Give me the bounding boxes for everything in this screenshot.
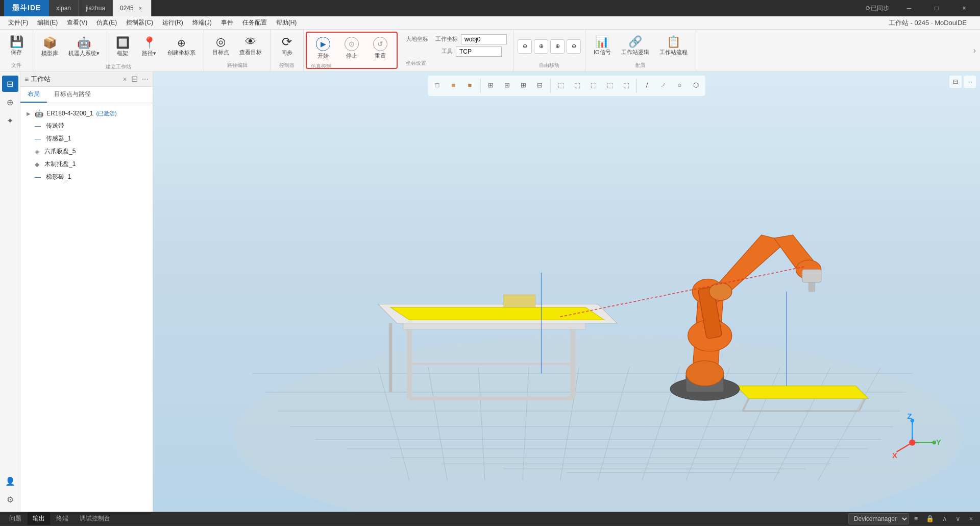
collapse-layout-btn[interactable]: ⊟ xyxy=(949,76,962,88)
vp-btn-view1[interactable]: ⬚ xyxy=(554,78,568,92)
frame-button[interactable]: 🔲 框架 xyxy=(110,35,135,59)
tree-item-conveyor[interactable]: — 传送带 xyxy=(20,119,153,132)
vp-btn-line2[interactable]: ⟋ xyxy=(656,78,671,92)
save-icon: 💾 xyxy=(10,36,23,47)
path-button[interactable]: 📍 路径▾ xyxy=(137,35,161,59)
vp-btn-grid2[interactable]: ⊞ xyxy=(500,78,514,92)
sidebar-icons: ⊟ ⊕ ✦ 👤 ⚙ xyxy=(0,71,20,512)
bottom-tab-output[interactable]: 输出 xyxy=(28,512,50,525)
bottom-tab-problems[interactable]: 问题 xyxy=(4,512,27,525)
vp-btn-shape1[interactable]: ■ xyxy=(447,78,461,92)
panel-close-button[interactable]: × xyxy=(122,75,127,83)
model-lib-button[interactable]: 📦 模型库 xyxy=(37,35,62,59)
vp-btn-shape2[interactable]: ■ xyxy=(463,78,477,92)
target-button[interactable]: ◎ 目标点 xyxy=(208,34,233,58)
menu-sim[interactable]: 仿真(E) xyxy=(92,17,121,29)
io-signal-button[interactable]: 📊 IO信号 xyxy=(590,34,615,58)
tree-item-pallet[interactable]: ◆ 木制托盘_1 xyxy=(20,158,153,171)
device-select[interactable]: Devicemanager xyxy=(848,513,909,524)
robot-sys-button[interactable]: 🤖 机器人系统▾ xyxy=(64,35,104,59)
bottom-down-icon[interactable]: ∨ xyxy=(952,514,964,523)
sim-start-button[interactable]: ▶ 开始 xyxy=(311,35,335,62)
tab-xipan[interactable]: xipan xyxy=(49,0,79,16)
save-button[interactable]: 💾 保存 xyxy=(4,34,29,58)
maximize-button[interactable]: □ xyxy=(925,0,948,16)
panel-title: 工作站 xyxy=(31,75,51,84)
tree-item-robot[interactable]: ▶ 🤖 ER180-4-3200_1 (已激活) xyxy=(20,107,153,119)
sidebar-icon-robot[interactable]: ✦ xyxy=(2,112,18,129)
work-coord-input[interactable] xyxy=(461,34,507,44)
bottom-lock-icon[interactable]: 🔒 xyxy=(923,514,937,523)
menu-task[interactable]: 任务配置 xyxy=(238,17,271,29)
tab-0245[interactable]: 0245 × xyxy=(113,0,152,16)
sidebar-icon-workspace[interactable]: ⊟ xyxy=(2,76,18,92)
tab-0245-close[interactable]: × xyxy=(137,5,144,12)
conveyor-label: 传送带 xyxy=(46,122,64,130)
vp-btn-grid1[interactable]: ⊞ xyxy=(484,78,498,92)
tab-jiazhua[interactable]: jiazhua xyxy=(79,0,113,16)
toolbar-group-config: 📊 IO信号 🔗 工作站逻辑 📋 工作站流程 配置 xyxy=(585,30,696,71)
tool-row: 工具 xyxy=(406,46,507,57)
vp-btn-hex[interactable]: ⬡ xyxy=(689,78,703,92)
bottom-tab-terminal[interactable]: 终端 xyxy=(51,512,74,525)
coord-btn-3[interactable]: ⊕ xyxy=(550,39,565,54)
sim-reset-button[interactable]: ↺ 重置 xyxy=(368,35,393,62)
create-coord-button[interactable]: ⊕ 创建坐标系 xyxy=(163,36,200,59)
vp-btn-view3[interactable]: ⬚ xyxy=(586,78,601,92)
toolbar-expand[interactable]: › xyxy=(969,30,980,71)
tab-0245-label: 0245 xyxy=(120,5,134,12)
sidebar-icon-user[interactable]: 👤 xyxy=(2,473,18,489)
tree-item-sensor[interactable]: — 传感器_1 xyxy=(20,132,153,145)
vp-btn-grid4[interactable]: ⊟ xyxy=(533,78,547,92)
sync-button[interactable]: ⟳ 同步 xyxy=(275,34,299,59)
sidebar-icon-settings[interactable]: ⚙ xyxy=(2,491,18,508)
vp-btn-view5[interactable]: ⬚ xyxy=(619,78,633,92)
station-logic-button[interactable]: 🔗 工作站逻辑 xyxy=(617,34,653,58)
bottom-list-icon[interactable]: ≡ xyxy=(911,514,921,523)
station-flow-button[interactable]: 📋 工作站流程 xyxy=(655,34,692,58)
menu-run[interactable]: 运行(R) xyxy=(158,17,187,29)
sidebar-icon-nav[interactable]: ⊕ xyxy=(2,94,18,110)
tree-item-brick[interactable]: — 梯形砖_1 xyxy=(20,171,153,183)
vp-btn-circle[interactable]: ○ xyxy=(673,78,687,92)
collapse-more-btn[interactable]: ··· xyxy=(964,76,976,88)
svg-rect-43 xyxy=(802,270,821,282)
menu-terminal[interactable]: 终端(J) xyxy=(188,17,216,29)
viewport[interactable]: □ ■ ■ ⊞ ⊞ ⊞ ⊟ ⬚ ⬚ ⬚ ⬚ ⬚ / ⟋ ○ ⬡ ⊟ ··· xyxy=(153,71,980,512)
sim-stop-icon: ⊙ xyxy=(345,37,359,51)
menu-edit[interactable]: 编辑(E) xyxy=(33,17,62,29)
coord-btn-2[interactable]: ⊕ xyxy=(534,39,548,54)
coord-btn-1[interactable]: ⊕ xyxy=(518,39,532,54)
vp-btn-view4[interactable]: ⬚ xyxy=(603,78,617,92)
vp-btn-grid3[interactable]: ⊞ xyxy=(517,78,531,92)
bottom-close-icon[interactable]: × xyxy=(966,514,976,523)
close-button[interactable]: × xyxy=(952,0,976,16)
menu-help[interactable]: 帮助(H) xyxy=(272,17,301,29)
menu-event[interactable]: 事件 xyxy=(217,17,237,29)
app-logo-tab[interactable]: 墨斗IDE xyxy=(4,0,49,16)
view-target-icon: 👁 xyxy=(245,36,256,47)
panel-layout-icon[interactable]: ⊟ xyxy=(131,74,138,84)
tab-targets[interactable]: 目标点与路径 xyxy=(47,87,98,103)
coord-btn-4[interactable]: ⊕ xyxy=(567,39,581,54)
pallet-icon: ◆ xyxy=(35,161,39,168)
sync-status[interactable]: ⟳已同步 xyxy=(862,4,893,13)
sim-stop-button[interactable]: ⊙ 停止 xyxy=(339,35,364,62)
bottom-tab-debug[interactable]: 调试控制台 xyxy=(75,512,115,525)
panel-content: ▶ 🤖 ER180-4-3200_1 (已激活) — 传送带 — 传感器_1 ◈… xyxy=(20,103,153,512)
vp-btn-view2[interactable]: ⬚ xyxy=(570,78,584,92)
menu-view[interactable]: 查看(V) xyxy=(63,17,91,29)
menu-file[interactable]: 文件(F) xyxy=(4,17,32,29)
menu-controller[interactable]: 控制器(C) xyxy=(122,17,157,29)
toolbar-group-coord: ⊕ ⊕ ⊕ ⊕ 自由移动 xyxy=(513,30,585,71)
panel-more-icon[interactable]: ··· xyxy=(142,75,149,84)
minimize-button[interactable]: ─ xyxy=(897,0,921,16)
vp-btn-box[interactable]: □ xyxy=(430,78,445,92)
tool-input[interactable] xyxy=(456,46,502,57)
tab-layout[interactable]: 布局 xyxy=(20,87,47,103)
view-target-button[interactable]: 👁 查看目标 xyxy=(235,34,266,58)
vp-btn-line[interactable]: / xyxy=(640,78,654,92)
toolbar-group-file: 💾 保存 文件 xyxy=(0,30,33,71)
bottom-up-icon[interactable]: ∧ xyxy=(939,514,950,523)
tree-item-suction[interactable]: ◈ 六爪吸盘_5 xyxy=(20,145,153,158)
